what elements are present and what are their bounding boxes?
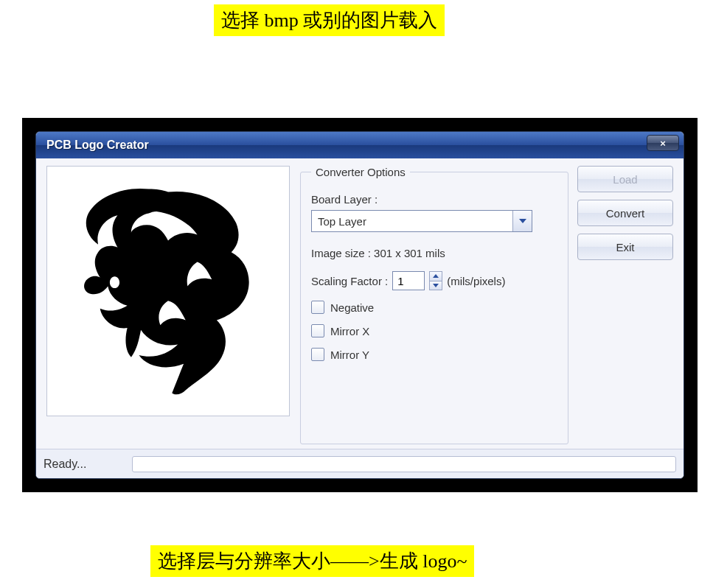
mirror-x-checkbox[interactable]: [311, 324, 324, 337]
converter-options-legend: Converter Options: [311, 166, 410, 178]
close-button[interactable]: ×: [647, 135, 679, 151]
mirror-y-checkbox[interactable]: [311, 348, 324, 361]
exit-button[interactable]: Exit: [577, 234, 673, 260]
negative-checkbox[interactable]: [311, 301, 324, 314]
converter-options-group: Converter Options Board Layer : Top Laye…: [300, 166, 568, 444]
options-panel: Converter Options Board Layer : Top Laye…: [300, 166, 673, 444]
status-text: Ready...: [44, 458, 125, 471]
screenshot-frame: PCB Logo Creator × Converter Options: [22, 118, 698, 492]
scaling-up-button[interactable]: [429, 271, 442, 281]
main-row: Converter Options Board Layer : Top Laye…: [36, 158, 684, 449]
scaling-factor-input[interactable]: [392, 271, 425, 290]
close-icon: ×: [660, 138, 666, 149]
scaling-units-label: (mils/pixels): [447, 275, 505, 287]
mirror-x-label: Mirror X: [330, 325, 369, 337]
convert-button[interactable]: Convert: [577, 200, 673, 226]
annotation-top: 选择 bmp 或别的图片载入: [214, 4, 445, 36]
side-buttons: Load Convert Exit: [577, 166, 673, 444]
lion-logo-icon: [69, 184, 268, 398]
status-bar: Ready...: [36, 449, 684, 478]
board-layer-dropdown-button[interactable]: [512, 211, 532, 231]
chevron-down-icon: [433, 284, 439, 287]
board-layer-label: Board Layer :: [311, 193, 557, 206]
window-title: PCB Logo Creator: [46, 139, 149, 152]
app-window: PCB Logo Creator × Converter Options: [35, 131, 684, 479]
scaling-factor-label: Scaling Factor :: [311, 275, 388, 287]
negative-label: Negative: [330, 301, 374, 314]
progress-bar: [132, 456, 676, 472]
scaling-spinner: [429, 271, 442, 290]
board-layer-value: Top Layer: [312, 215, 512, 228]
image-preview: [46, 166, 290, 416]
mirror-y-label: Mirror Y: [330, 349, 369, 361]
image-size-text: Image size : 301 x 301 mils: [311, 247, 445, 259]
annotation-bottom: 选择层与分辨率大小——>生成 logo~: [150, 545, 474, 577]
scaling-down-button[interactable]: [429, 281, 442, 291]
client-area: Converter Options Board Layer : Top Laye…: [36, 158, 684, 478]
load-button[interactable]: Load: [577, 166, 673, 192]
chevron-up-icon: [433, 274, 439, 278]
board-layer-select[interactable]: Top Layer: [311, 210, 532, 232]
titlebar[interactable]: PCB Logo Creator ×: [36, 132, 684, 158]
chevron-down-icon: [519, 219, 526, 223]
